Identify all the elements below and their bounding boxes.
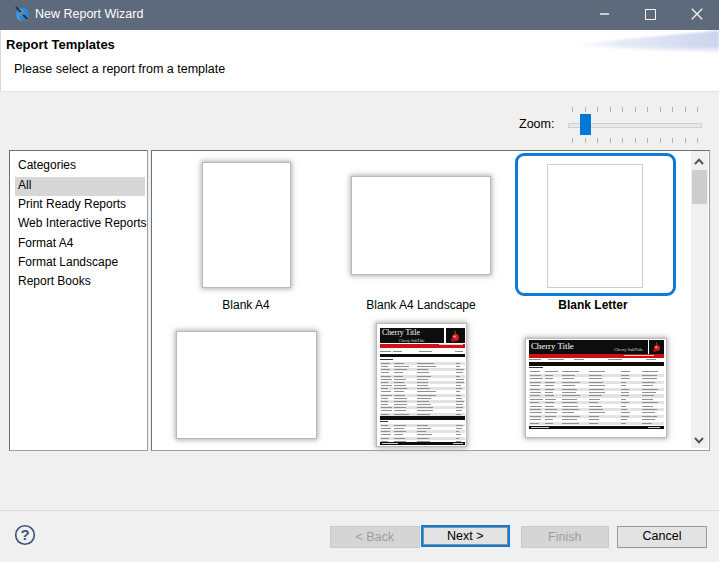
svg-text:?: ? (20, 526, 29, 543)
